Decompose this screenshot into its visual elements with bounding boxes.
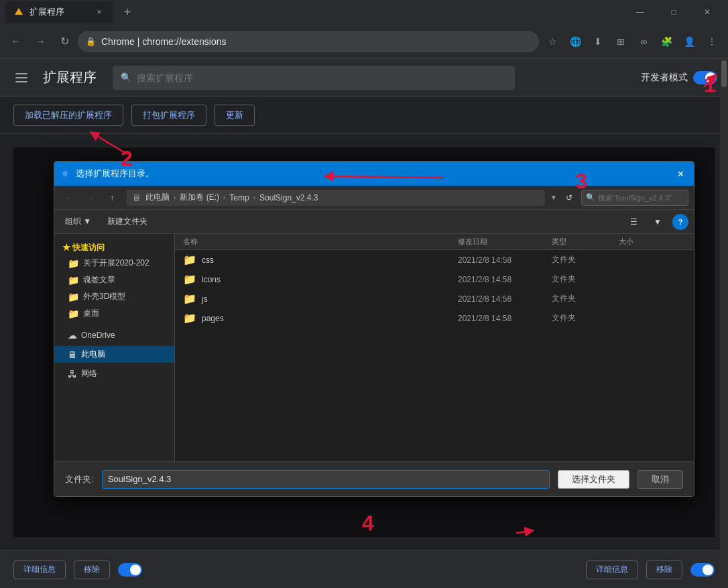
remove-button-2[interactable]: 移除 [646,561,682,579]
extensions-page: 扩展程序 🔍 开发者模式 加载已解压的扩展程序 打包扩展程序 更新 [0,59,728,588]
remove-button-1[interactable]: 移除 [74,561,110,579]
breadcrumb-folder[interactable]: SoulSign_v2.4.3 [258,193,319,202]
bookmark-button[interactable]: ☆ [542,31,563,52]
filename-input[interactable] [102,470,550,489]
apps-icon-btn[interactable]: ⊞ [610,31,631,52]
filelist-header: 名称 修改日期 类型 大小 [175,234,694,250]
col-size[interactable]: 大小 [619,237,672,247]
file-date: 2021/2/8 14:58 [458,275,552,284]
svg-marker-0 [15,8,23,15]
extension-toggle-2[interactable] [690,563,715,577]
pc-icon: 🖥 [132,192,141,203]
organize-button[interactable]: 组织 ▼ [60,213,97,231]
file-date: 2021/2/8 14:58 [458,255,552,265]
extension-icon-btn[interactable]: 🌐 [564,31,586,52]
svg-point-3 [64,173,66,175]
dialog-up-button[interactable]: ↑ [103,190,121,206]
maximize-button[interactable]: □ [658,1,689,23]
col-name[interactable]: 名称 [183,237,458,247]
sidebar-item-network[interactable]: 🖧 网络 [54,365,174,382]
file-name-js: 📁 js [183,292,458,305]
window-controls: — □ ✕ [625,1,723,23]
browser-tab[interactable]: 扩展程序 × [5,1,113,23]
breadcrumb-sep3: › [253,194,255,201]
details-button-1[interactable]: 详细信息 [13,561,66,579]
sidebar-item-about[interactable]: 📁 关于开展2020-202 [54,255,174,272]
download-icon-btn[interactable]: ⬇ [587,31,609,52]
table-row[interactable]: 📁 css 2021/2/8 14:58 文件夹 [175,250,694,270]
dialog-refresh-button[interactable]: ↺ [560,190,579,206]
refresh-button[interactable]: ↻ [54,31,75,52]
update-button[interactable]: 更新 [215,105,255,126]
dialog-back-button[interactable]: ← [60,190,78,206]
infinity-icon-btn[interactable]: ∞ [633,31,654,52]
tab-close-btn[interactable]: × [94,7,105,17]
breadcrumb-bar: 🖥 此电脑 › 新加卷 (E:) › Temp › SoulSign_v2.4.… [127,190,545,206]
dialog-forward-button[interactable]: → [81,190,100,206]
breadcrumb-dropdown-btn[interactable]: ▼ [550,194,557,201]
content-inner: 选择扩展程序目录。 ✕ ← → ↑ 🖥 此电脑 › 新加卷 (E:) [13,148,715,537]
minimize-button[interactable]: — [625,1,656,23]
extensions-header: 扩展程序 🔍 开发者模式 [0,59,728,97]
profile-icon-btn[interactable]: 👤 [678,31,700,52]
address-bar[interactable]: 🔒 Chrome | chrome://extensions [78,31,539,52]
hamburger-button[interactable] [11,67,32,89]
dialog-footer: 文件夹: 选择文件夹 取消 [54,461,694,496]
menu-button[interactable]: ⋮ [701,31,723,52]
puzzle-icon-btn[interactable]: 🧩 [656,31,677,52]
search-box[interactable]: 🔍 [113,66,515,90]
back-button[interactable]: ← [5,31,27,52]
file-type: 文件夹 [552,312,619,324]
sidebar-item-onedrive[interactable]: ☁ OneDrive [54,327,174,343]
details-button-2[interactable]: 详细信息 [586,561,638,579]
sidebar-item-desktop[interactable]: 📁 桌面 [54,305,174,322]
help-button[interactable]: ? [672,214,688,230]
col-type[interactable]: 类型 [552,237,619,247]
network-label: 网络 [81,368,97,379]
close-button[interactable]: ✕ [692,1,723,23]
table-row[interactable]: 📁 pages 2021/2/8 14:58 文件夹 [175,308,694,328]
file-name-css: 📁 css [183,253,458,266]
toggle-knob-sm [130,565,141,575]
table-row[interactable]: 📁 js 2021/2/8 14:58 文件夹 [175,289,694,308]
breadcrumb-drive[interactable]: 新加卷 (E:) [178,192,221,203]
hamburger-line [15,77,27,78]
view-toggle-btn[interactable]: ☰ [624,214,643,230]
card-actions-2: 详细信息 移除 [586,561,715,579]
forward-button[interactable]: → [29,31,51,52]
select-folder-button[interactable]: 选择文件夹 [558,470,629,489]
col-extra [672,237,686,247]
pack-extension-button[interactable]: 打包扩展程序 [131,105,206,126]
cancel-button[interactable]: 取消 [638,470,683,489]
col-date[interactable]: 修改日期 [458,237,552,247]
dialog-sidebar: ★ 快速访问 📁 关于开展2020-202 📁 魂签文章 📁 [54,234,175,461]
search-input[interactable] [137,72,507,83]
dev-mode-label: 开发者模式 [641,72,688,84]
dialog-search-box[interactable]: 🔍 [581,190,688,206]
dialog-search-input[interactable] [598,194,684,202]
extension-toggle-1[interactable] [118,563,142,577]
table-row[interactable]: 📁 icons 2021/2/8 14:58 文件夹 [175,270,694,289]
network-icon: 🖧 [68,369,77,379]
load-extension-button[interactable]: 加载已解压的扩展程序 [13,105,123,126]
sidebar-item-soul[interactable]: 📁 魂签文章 [54,272,174,288]
extensions-bottom-bar: 详细信息 移除 详细信息 移除 [0,550,728,588]
view-dropdown-btn[interactable]: ▼ [648,214,667,230]
dialog-favicon [60,168,70,179]
sidebar-item-pc[interactable]: 🖥 此电脑 [54,346,174,363]
dev-mode-toggle[interactable] [693,71,717,84]
hamburger-line [15,81,27,82]
onedrive-icon: ☁ [68,330,77,341]
quick-access-label[interactable]: ★ 快速访问 [54,239,174,255]
dev-mode-section: 开发者模式 [641,71,717,84]
new-folder-button[interactable]: 新建文件夹 [102,213,153,231]
breadcrumb-pc[interactable]: 此电脑 [144,192,171,203]
dialog-close-button[interactable]: ✕ [672,166,688,182]
tab-favicon [13,7,24,17]
breadcrumb-temp[interactable]: Temp [228,193,250,202]
toggle-knob-sm-2 [703,565,713,575]
new-tab-button[interactable]: + [118,3,137,21]
file-type: 文件夹 [552,293,619,304]
extensions-toolbar: 加载已解压的扩展程序 打包扩展程序 更新 [0,97,728,134]
sidebar-item-shell[interactable]: 📁 外壳3D模型 [54,288,174,305]
